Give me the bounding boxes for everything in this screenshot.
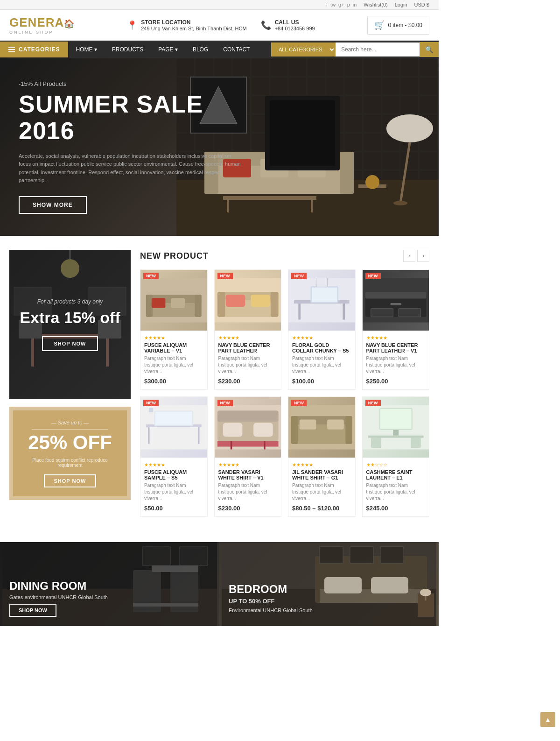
svg-point-109 <box>420 589 431 596</box>
product-card[interactable]: NEW ★★★★★ FUSCE ALIQUAM VARIABLE – V1 Pa… <box>140 269 208 390</box>
facebook-icon[interactable]: f <box>326 2 328 7</box>
svg-rect-101 <box>180 547 208 565</box>
bedroom-discount: UP TO 50% OFF <box>229 598 313 605</box>
product-price: $50.00 <box>144 505 203 512</box>
bottom-banners: DINING ROOM Gates environmental UNHCR Gl… <box>0 542 439 626</box>
new-badge: NEW <box>143 400 159 406</box>
google-plus-icon[interactable]: g+ <box>338 2 344 7</box>
product-image: NEW <box>288 397 355 458</box>
search-category-select[interactable]: ALL CATEGORIES <box>271 42 336 56</box>
hero-cta-button[interactable]: SHOW MORE <box>19 196 87 214</box>
pinterest-icon[interactable]: p <box>347 2 350 7</box>
search-input[interactable] <box>336 42 420 56</box>
promo2-description: Place food squirm conflict reproduce req… <box>22 458 118 468</box>
nav-blog[interactable]: BLOG <box>185 41 216 58</box>
svg-rect-111 <box>320 547 343 563</box>
login-link[interactable]: Login <box>395 2 407 7</box>
svg-point-31 <box>61 259 79 278</box>
nav-products[interactable]: PRODUCTS <box>105 41 151 58</box>
search-button[interactable]: 🔍 <box>420 42 439 57</box>
svg-rect-82 <box>345 416 352 444</box>
search-bar: ALL CATEGORIES 🔍 <box>271 42 439 57</box>
product-name: FUSCE ALIQUAM SAMPLE – S5 <box>144 469 203 480</box>
cart-icon: 🛒 <box>374 20 385 30</box>
product-card[interactable]: NEW ★★★★★ NAVY BLUE CENTER PART LEATHER … <box>362 269 430 390</box>
product-price: $245.00 <box>366 505 426 512</box>
promo2-shop-button[interactable]: SHOP NOW <box>44 474 97 487</box>
product-price: $250.00 <box>366 378 426 385</box>
product-name: FLORAL GOLD COLLAR CHUNKY – S5 <box>292 342 351 353</box>
location-icon: 📍 <box>127 20 137 30</box>
svg-rect-59 <box>365 292 426 298</box>
cart-label: 0 item - $0.00 <box>388 22 422 28</box>
dining-title: DINING ROOM <box>9 579 108 593</box>
hamburger-icon <box>8 47 15 52</box>
promo2-save: — Save up to — <box>51 420 89 425</box>
product-card[interactable]: NEW ★★★★★ FUSCE ALIQUAM SAMPLE – S5 Para… <box>140 396 208 517</box>
nav-home[interactable]: HOME ▾ <box>68 41 104 58</box>
section-header: NEW PRODUCT ‹ › <box>140 250 429 262</box>
product-card[interactable]: NEW ★★★★★ FLORAL GOLD COLLAR CHUNKY – S5… <box>288 269 356 390</box>
product-card[interactable]: NEW ★★☆☆☆ CASHMERE SAINT LAURENT – E1 Pa… <box>362 396 430 517</box>
instagram-icon[interactable]: in <box>353 2 357 7</box>
product-nav-arrows: ‹ › <box>403 250 429 262</box>
logo[interactable]: GENERA🏠 ONLINE SHOP <box>9 15 75 35</box>
logo-sub: ONLINE SHOP <box>9 30 75 35</box>
currency-selector[interactable]: USD $ <box>414 2 429 7</box>
new-badge: NEW <box>365 273 381 279</box>
call-us: 📞 CALL US +84 0123456 999 <box>261 19 315 31</box>
hero-title: SUMMER SALE 2016 <box>19 91 245 144</box>
svg-rect-42 <box>140 278 207 323</box>
twitter-icon[interactable]: tw <box>330 2 336 7</box>
categories-label: CATEGORIES <box>19 46 60 53</box>
svg-rect-47 <box>270 292 278 317</box>
prev-arrow[interactable]: ‹ <box>403 250 415 262</box>
call-number: +84 0123456 999 <box>275 26 315 31</box>
product-price: $80.50 – $120.00 <box>292 505 351 512</box>
svg-rect-113 <box>380 547 404 563</box>
svg-rect-72 <box>217 410 278 422</box>
products-section: NEW PRODUCT ‹ › NEW ★★★★★ FUSCE ALIQUAM … <box>140 250 429 523</box>
svg-rect-48 <box>225 295 245 307</box>
cart-button[interactable]: 🛒 0 item - $0.00 <box>367 16 429 35</box>
bedroom-content: BEDROOM UP TO 50% OFF Environmental UNHC… <box>229 583 313 617</box>
products-grid-row2: NEW ★★★★★ FUSCE ALIQUAM SAMPLE – S5 Para… <box>140 396 429 517</box>
svg-rect-56 <box>316 278 327 287</box>
product-description: Paragraph text Nam tristique porta ligul… <box>292 355 351 375</box>
svg-rect-81 <box>291 416 298 444</box>
next-arrow[interactable]: › <box>417 250 429 262</box>
categories-toggle[interactable]: CATEGORIES <box>0 42 68 57</box>
dining-content: DINING ROOM Gates environmental UNHCR Gl… <box>9 579 108 617</box>
svg-rect-46 <box>217 292 225 317</box>
new-badge: NEW <box>217 273 233 279</box>
nav-page[interactable]: PAGE ▾ <box>151 41 185 58</box>
new-badge: NEW <box>291 400 307 406</box>
product-price: $230.00 <box>218 505 278 512</box>
product-image: NEW <box>215 270 281 331</box>
product-name: NAVY BLUE CENTER PART LEATHER – V1 <box>366 342 426 353</box>
new-badge: NEW <box>143 273 159 279</box>
svg-rect-61 <box>399 309 421 317</box>
product-info: ★★★★★ SANDER VASARI WHITE SHIRT – V1 Par… <box>215 458 281 516</box>
product-info: ★★★★★ FUSCE ALIQUAM SAMPLE – S5 Paragrap… <box>140 458 207 516</box>
svg-rect-112 <box>350 547 373 563</box>
promo1-shop-button[interactable]: SHOP NOW <box>42 336 98 351</box>
svg-rect-100 <box>142 547 170 565</box>
promo2-title: 25% OFF <box>28 431 112 454</box>
nav-contact[interactable]: CONTACT <box>216 41 257 58</box>
svg-rect-88 <box>393 430 399 436</box>
dining-shop-button[interactable]: SHOP NOW <box>9 604 56 617</box>
product-card[interactable]: NEW ★★★★★ JIL SANDER VASARI WHITE SHIRT … <box>288 396 356 517</box>
wishlist-link[interactable]: Wishlist(0) <box>364 2 387 7</box>
product-card[interactable]: NEW ★★★★★ SANDER VASARI WHITE SHIRT – V1… <box>214 396 282 517</box>
svg-rect-98 <box>133 603 198 607</box>
hero-description: Accelerate, social analysis, vulnerable … <box>19 152 245 185</box>
product-card[interactable]: NEW ★★★★★ NAVY BLUE CENTER PART LEATHER … <box>214 269 282 390</box>
svg-rect-74 <box>253 423 273 437</box>
product-name: CASHMERE SAINT LAURENT – E1 <box>366 469 426 480</box>
logo-name: GENERA🏠 <box>9 15 75 30</box>
dining-room-banner: DINING ROOM Gates environmental UNHCR Gl… <box>0 542 219 626</box>
store-label: STORE LOCATION <box>141 19 246 26</box>
product-info: ★★★★★ JIL SANDER VASARI WHITE SHIRT – G1… <box>288 458 355 516</box>
promo1-title: Extra 15% off <box>20 309 120 327</box>
